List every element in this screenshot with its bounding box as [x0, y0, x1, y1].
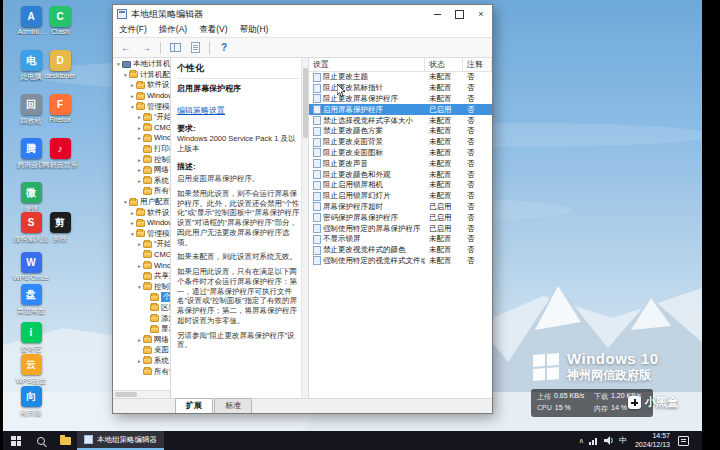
tree-item[interactable]: ▾控制面板 — [113, 281, 170, 292]
minimize-button[interactable] — [426, 5, 448, 23]
expander-icon[interactable]: ▾ — [129, 104, 136, 110]
desktop-icon[interactable]: i爱奇艺 — [8, 322, 54, 354]
settings-row[interactable]: 屏幕保护程序超时已启用否 — [309, 202, 492, 213]
tree-item[interactable]: 所有设置 — [113, 186, 170, 197]
expander-icon[interactable]: ▸ — [136, 125, 143, 131]
expander-icon[interactable]: ▸ — [136, 337, 143, 343]
desktop-icon[interactable]: 剪剪映 — [37, 212, 83, 244]
menu-item[interactable]: 文件(F) — [113, 23, 153, 37]
back-icon[interactable]: ← — [117, 40, 135, 56]
edit-policy-link[interactable]: 编辑策略设置 — [177, 105, 225, 116]
settings-row[interactable]: 强制使用特定的视觉样式文件或强制使用 Windows 经典未配置否 — [309, 256, 492, 267]
settings-row[interactable]: 禁止更改视觉样式的颜色未配置否 — [309, 245, 492, 256]
start-button[interactable] — [3, 431, 29, 450]
tree-item[interactable]: ▸系统 — [113, 356, 170, 367]
tree-item[interactable]: 共享文件夹 — [113, 271, 170, 282]
tree-item[interactable]: ▾本地计算机 策略 — [113, 59, 170, 70]
tree-item[interactable]: ▾用户配置 — [113, 197, 170, 208]
close-button[interactable]: × — [470, 5, 492, 23]
maximize-button[interactable] — [448, 5, 470, 23]
desktop-icon[interactable]: CClash — [37, 6, 83, 35]
tree-item[interactable]: 桌面 — [113, 345, 170, 356]
desktop-icon[interactable]: 向向日葵 — [8, 386, 54, 418]
column-header[interactable]: 设置 — [309, 58, 425, 71]
column-header[interactable]: 注释 — [463, 58, 492, 71]
expander-icon[interactable]: ▸ — [136, 157, 143, 163]
tree-item[interactable]: ▸网络 — [113, 165, 170, 176]
settings-row[interactable]: 阻止更改主题未配置否 — [309, 72, 492, 83]
menu-item[interactable]: 帮助(H) — [234, 23, 275, 37]
column-header[interactable]: 状态 — [425, 58, 463, 71]
desktop[interactable]: AAdmini...CClash电此电脑Ddesktoper回回收站FFiref… — [3, 0, 702, 431]
tree-item[interactable]: ▾计算机配置 — [113, 70, 170, 81]
desktop-icon[interactable]: Ddesktoper — [37, 50, 83, 79]
console-panes-icon[interactable] — [166, 40, 184, 56]
expander-icon[interactable]: ▸ — [136, 178, 143, 184]
tree-item[interactable]: 打印机 — [113, 144, 170, 155]
tree-horizontal-scrollbar[interactable] — [113, 390, 170, 398]
tree-item[interactable]: ▸Windows 组件 — [113, 260, 170, 271]
tree-item[interactable]: ▸“开始”菜单和任务栏 — [113, 112, 170, 123]
desktop-icon[interactable]: 微微信 — [8, 182, 54, 214]
settings-row[interactable]: 禁止更改颜色方案未配置否 — [309, 126, 492, 137]
search-button[interactable] — [29, 431, 53, 450]
tree-item[interactable]: 添加或删除程序 — [113, 313, 170, 324]
tab-extended[interactable]: 扩展 — [175, 398, 213, 413]
tree-item[interactable]: ▸网络 — [113, 334, 170, 345]
titlebar[interactable]: 本地组策略编辑器 × — [113, 5, 492, 23]
tree-item[interactable]: ▸“开始”菜单和任务栏 — [113, 239, 170, 250]
settings-row[interactable]: 启用屏幕保护程序已启用否 — [309, 104, 492, 115]
settings-row[interactable]: 阻止更改桌面背景未配置否 — [309, 137, 492, 148]
expander-icon[interactable]: ▾ — [136, 284, 143, 290]
tree-item[interactable]: ▸软件设置 — [113, 207, 170, 218]
ime-indicator[interactable]: 中 — [619, 435, 627, 446]
tree-item[interactable]: 所有设置 — [113, 366, 170, 377]
settings-row[interactable]: 禁止选择视觉样式字体大小未配置否 — [309, 115, 492, 126]
desktop-icon[interactable]: 云WPS云盘 — [8, 354, 54, 386]
expander-icon[interactable]: ▸ — [136, 263, 143, 269]
forward-icon[interactable]: → — [137, 40, 155, 56]
settings-row[interactable]: 阻止启用锁屏相机未配置否 — [309, 180, 492, 191]
expander-icon[interactable]: ▸ — [129, 210, 136, 216]
tray-expand-icon[interactable]: ∧ — [579, 437, 584, 445]
menu-item[interactable]: 操作(A) — [153, 23, 193, 37]
expander-icon[interactable]: ▸ — [136, 167, 143, 173]
tree-item[interactable]: ▸控制面板 — [113, 154, 170, 165]
expander-icon[interactable]: ▾ — [122, 199, 129, 205]
file-explorer-button[interactable] — [53, 431, 77, 450]
description-scrollbar[interactable] — [301, 58, 308, 398]
expander-icon[interactable]: ▸ — [136, 114, 143, 120]
expander-icon[interactable]: ▸ — [136, 241, 143, 247]
expander-icon[interactable]: ▾ — [115, 61, 122, 67]
tree-item[interactable]: ▾管理模板 — [113, 101, 170, 112]
taskbar-app-gpedit[interactable]: 本地组策略编辑器 — [77, 431, 164, 450]
settings-row[interactable]: 密码保护屏幕保护程序已启用否 — [309, 212, 492, 223]
settings-row[interactable]: 强制使用特定的屏幕保护程序已启用否 — [309, 223, 492, 234]
settings-row[interactable]: 阻止更改桌面图标未配置否 — [309, 148, 492, 159]
expander-icon[interactable]: ▸ — [136, 358, 143, 364]
tree-item[interactable]: CMGE安全设置 — [113, 250, 170, 261]
desktop-icon[interactable]: ♪网易云音乐 — [37, 138, 83, 170]
expander-icon[interactable]: ▸ — [136, 135, 143, 141]
tree-item[interactable]: ▸系统 — [113, 176, 170, 187]
tree-item[interactable]: ▸软件设置 — [113, 80, 170, 91]
expander-icon[interactable]: ▸ — [129, 93, 136, 99]
tree-item[interactable]: 区域和语言选项 — [113, 303, 170, 314]
desktop-icon[interactable]: FFirefox — [37, 94, 83, 123]
desktop-icon[interactable]: 盘百度网盘 — [8, 284, 54, 316]
tree-item[interactable]: ▸CMGE安全设置 — [113, 123, 170, 134]
settings-row[interactable]: 不显示锁屏未配置否 — [309, 234, 492, 245]
tab-standard[interactable]: 标准 — [214, 398, 252, 413]
tree-item[interactable]: 显示 — [113, 324, 170, 335]
settings-row[interactable]: 阻止启用锁屏幻灯片未配置否 — [309, 191, 492, 202]
volume-icon[interactable] — [604, 436, 614, 445]
taskbar-clock[interactable]: 14:57 2024/12/13 — [632, 432, 673, 450]
tree-item[interactable]: ▾管理模板 — [113, 229, 170, 240]
expander-icon[interactable]: ▸ — [129, 220, 136, 226]
action-center-icon[interactable] — [678, 436, 689, 446]
export-list-icon[interactable] — [186, 40, 204, 56]
expander-icon[interactable]: ▸ — [129, 82, 136, 88]
menu-item[interactable]: 查看(V) — [193, 23, 233, 37]
tree-item[interactable]: ▸Windows 设置 — [113, 91, 170, 102]
desktop-icon[interactable]: WWPS Office — [8, 252, 54, 281]
